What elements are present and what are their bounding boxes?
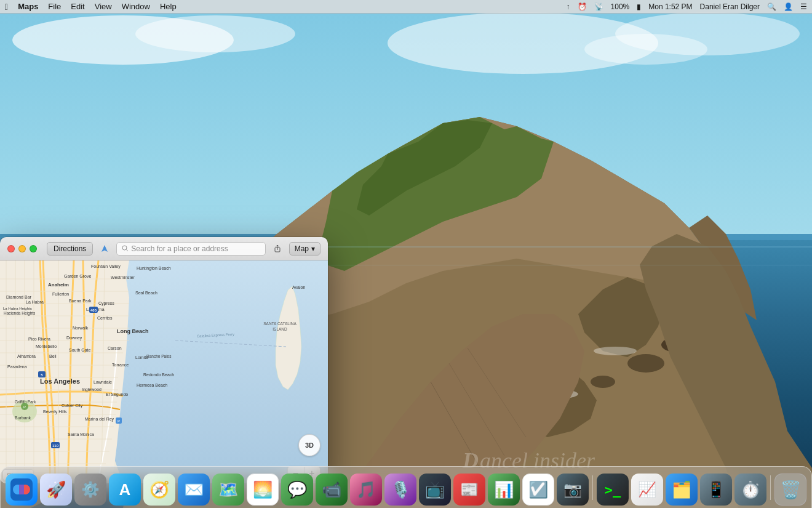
dock-tv[interactable]: 📺 <box>419 474 451 506</box>
svg-text:SANTA CATALINA: SANTA CATALINA <box>263 321 297 326</box>
dock-facetime[interactable]: 📹 <box>316 474 348 506</box>
svg-text:P: P <box>23 405 26 409</box>
map-svg: Fountain Valley Huntington Beach Garden … <box>0 260 328 483</box>
menu-help[interactable]: Help <box>160 2 177 11</box>
svg-text:Fountain Valley: Fountain Valley <box>91 264 121 269</box>
maximize-button[interactable] <box>30 245 37 252</box>
svg-text:P: P <box>117 419 120 423</box>
svg-text:Inglewood: Inglewood <box>82 387 102 392</box>
svg-text:Pasadena: Pasadena <box>7 365 27 369</box>
dock-files[interactable]: 🗂️ <box>666 474 698 506</box>
dock-podcasts[interactable]: 🎙️ <box>384 474 416 506</box>
svg-text:405: 405 <box>90 308 97 312</box>
dock-screenshot[interactable]: 📷 <box>557 474 589 506</box>
svg-text:Seal Beach: Seal Beach <box>135 291 157 295</box>
svg-text:Downey: Downey <box>66 336 82 341</box>
svg-line-35 <box>127 250 129 252</box>
close-button[interactable] <box>7 245 15 252</box>
dock-messages[interactable]: 💬 <box>281 474 313 506</box>
map-type-selector[interactable]: Map ▾ <box>289 242 320 256</box>
svg-text:Santa Monica: Santa Monica <box>68 432 94 437</box>
apple-menu[interactable]:  <box>5 2 8 12</box>
maps-window: Directions Search for a place or address… <box>0 237 328 483</box>
dock-separator-2 <box>770 475 771 500</box>
menubar-right: ↑ ⏰ 📡 100% ▮ Mon 1:52 PM Daniel Eran Dil… <box>567 2 807 11</box>
user-name[interactable]: Daniel Eran Dilger <box>700 2 760 11</box>
svg-point-34 <box>122 246 127 250</box>
svg-text:Montebello: Montebello <box>36 344 57 349</box>
spotlight-icon[interactable]: 🔍 <box>767 2 776 11</box>
dock-finder[interactable] <box>6 474 38 506</box>
svg-text:Carson: Carson <box>108 346 122 350</box>
time-machine-icon[interactable]: ⏰ <box>578 2 587 11</box>
svg-text:Anaheim: Anaheim <box>48 282 69 288</box>
svg-text:Buena Park: Buena Park <box>69 299 92 303</box>
dock-mail[interactable]: ✉️ <box>178 474 210 506</box>
svg-text:Cypress: Cypress <box>98 301 114 306</box>
dock-news[interactable]: 📰 <box>453 474 485 506</box>
svg-text:La Habra Heights: La Habra Heights <box>3 307 32 310</box>
dock-maps[interactable]: 🗺️ <box>212 474 244 506</box>
svg-text:Beverly Hills: Beverly Hills <box>43 409 67 414</box>
window-titlebar: Directions Search for a place or address… <box>0 237 328 260</box>
svg-text:Alhambra: Alhambra <box>17 354 36 358</box>
menu-window[interactable]: Window <box>122 2 150 11</box>
map-content[interactable]: Fountain Valley Huntington Beach Garden … <box>0 260 328 483</box>
svg-text:Lawndale: Lawndale <box>94 380 112 384</box>
dock-app-store[interactable]: A <box>109 474 141 506</box>
battery-percent: 100% <box>611 2 630 11</box>
svg-text:Long Beach: Long Beach <box>117 328 149 334</box>
menu-view[interactable]: View <box>95 2 112 11</box>
dock-terminal[interactable]: >_ <box>597 474 629 506</box>
svg-text:South Gate: South Gate <box>69 348 91 352</box>
location-button[interactable] <box>98 242 111 256</box>
dock: 🚀 ⚙️ A 🧭 ✉️ 🗺️ 🌅 💬 📹 🎵 🎙️ 📺 📰 <box>0 466 812 508</box>
dock-photos[interactable]: 🌅 <box>247 474 279 506</box>
svg-point-2 <box>135 15 295 52</box>
control-center-icon[interactable]: ☰ <box>800 2 807 11</box>
menubar-left:  Maps File Edit View Window Help <box>5 2 177 12</box>
svg-text:ISLAND: ISLAND <box>273 327 287 331</box>
svg-text:Fullerton: Fullerton <box>52 292 69 296</box>
dock-time-machine[interactable]: ⏱️ <box>734 474 766 506</box>
directions-button[interactable]: Directions <box>47 242 93 256</box>
dock-reminders[interactable]: ☑️ <box>522 474 554 506</box>
battery-icon: ▮ <box>637 2 641 11</box>
dock-separator <box>592 475 593 500</box>
datetime-label[interactable]: Mon 1:52 PM <box>648 2 692 11</box>
svg-text:Marina del Rey: Marina del Rey <box>85 417 114 422</box>
svg-text:Redondo Beach: Redondo Beach <box>143 373 174 377</box>
svg-text:El Segundo: El Segundo <box>106 392 128 397</box>
svg-text:Burbank: Burbank <box>15 416 31 420</box>
app-name[interactable]: Maps <box>18 2 38 11</box>
share-button[interactable] <box>271 242 284 256</box>
svg-rect-125 <box>19 485 24 494</box>
dock-music[interactable]: 🎵 <box>350 474 382 506</box>
dock-iphone-backup[interactable]: 📱 <box>700 474 732 506</box>
dock-safari[interactable]: 🧭 <box>143 474 175 506</box>
window-controls <box>7 245 37 252</box>
airdrop-icon[interactable]: 📡 <box>594 2 603 11</box>
svg-text:Torrance: Torrance <box>112 363 129 367</box>
menu-edit[interactable]: Edit <box>71 2 84 11</box>
dock-launchpad[interactable]: 🚀 <box>40 474 72 506</box>
svg-text:Pico Rivera: Pico Rivera <box>28 337 50 341</box>
user-icon[interactable]: 👤 <box>784 2 793 11</box>
svg-text:Garden Grove: Garden Grove <box>64 274 91 278</box>
svg-text:110: 110 <box>52 444 59 448</box>
svg-text:Avalon: Avalon <box>292 285 305 289</box>
search-placeholder: Search for a place or address <box>131 244 228 253</box>
menu-file[interactable]: File <box>48 2 61 11</box>
svg-point-15 <box>591 376 615 388</box>
dock-system-preferences[interactable]: ⚙️ <box>74 474 106 506</box>
svg-text:Bell: Bell <box>49 354 57 358</box>
dock-activity-monitor[interactable]: 📈 <box>631 474 663 506</box>
dock-trash[interactable]: 🗑️ <box>774 474 806 506</box>
minimize-button[interactable] <box>18 245 26 252</box>
svg-text:Hacienda Heights: Hacienda Heights <box>4 311 36 316</box>
3d-button[interactable]: 3D <box>298 434 320 456</box>
dock-numbers[interactable]: 📊 <box>488 474 520 506</box>
svg-text:Culver City: Culver City <box>62 403 83 408</box>
location-arrow-icon: ↑ <box>567 2 570 11</box>
search-bar[interactable]: Search for a place or address <box>116 242 265 256</box>
